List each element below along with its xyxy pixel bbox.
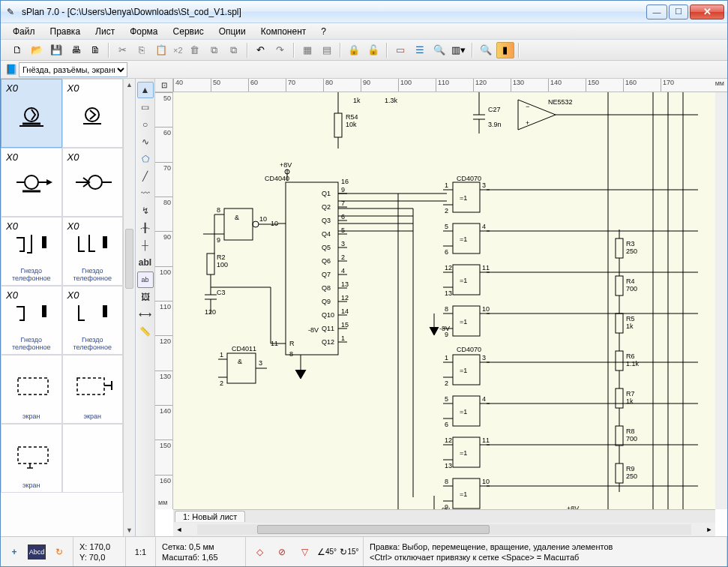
menu-sheet[interactable]: Лист bbox=[89, 25, 121, 38]
snap2-icon[interactable]: ⊘ bbox=[273, 544, 291, 560]
node-tool[interactable]: ·╂· bbox=[137, 220, 154, 236]
bezier-tool[interactable]: 〰 bbox=[137, 185, 154, 202]
paste-icon[interactable]: 📋 bbox=[152, 42, 170, 58]
svg-text:CD4040: CD4040 bbox=[265, 175, 289, 182]
lock-icon[interactable]: 🔒 bbox=[345, 42, 363, 58]
svg-text:8: 8 bbox=[445, 478, 448, 485]
library-item[interactable] bbox=[62, 424, 124, 493]
menu-form[interactable]: Форма bbox=[124, 25, 163, 38]
library-item[interactable]: X0Гнездо телефонное bbox=[62, 286, 124, 355]
close-button[interactable]: ✕ bbox=[690, 4, 724, 20]
circle-tool[interactable]: ○ bbox=[137, 116, 154, 133]
category-select[interactable]: Гнёзда, разъёмы, экраны bbox=[19, 62, 127, 77]
angle15-icon[interactable]: ↻15° bbox=[340, 544, 358, 560]
list-icon[interactable]: ☰ bbox=[411, 42, 429, 58]
ungroup-icon[interactable]: ▤ bbox=[318, 42, 336, 58]
library-item[interactable]: X0Гнездо телефонное bbox=[1, 217, 62, 286]
sheet-tab-1[interactable]: 1: Новый лист bbox=[175, 511, 245, 522]
ratio-panel[interactable]: 1:1 bbox=[126, 537, 156, 566]
poly-tool[interactable]: ⬠ bbox=[137, 151, 154, 167]
textbox-tool[interactable]: ab bbox=[137, 272, 154, 288]
form-icon[interactable]: 🗎 bbox=[86, 42, 104, 58]
svg-text:8: 8 bbox=[217, 206, 220, 214]
junction-tool[interactable]: ┼ bbox=[137, 237, 154, 254]
svg-text:1.3k: 1.3k bbox=[385, 97, 398, 104]
svg-rect-14 bbox=[42, 305, 46, 317]
schematic-canvas[interactable]: 1k 1.3k R54 10k C27 3.9n −+ NE5532 +8V C… bbox=[173, 92, 715, 509]
text-tool[interactable]: abI bbox=[137, 254, 154, 271]
svg-text:1: 1 bbox=[445, 354, 448, 362]
line-tool[interactable]: ╱ bbox=[137, 168, 154, 184]
x2-label[interactable]: ×2 bbox=[172, 46, 184, 55]
copy-icon[interactable]: ⎘ bbox=[133, 42, 151, 58]
svg-text:Q10: Q10 bbox=[322, 311, 334, 319]
library-item[interactable]: X0 bbox=[62, 79, 124, 148]
horizontal-ruler[interactable]: мм 405060708090100110120130140150160170 bbox=[173, 79, 727, 92]
save-icon[interactable]: 💾 bbox=[47, 42, 65, 58]
rect-tool[interactable]: ▭ bbox=[137, 99, 154, 116]
library-item[interactable]: X0Гнездо телефонное bbox=[1, 286, 62, 355]
svg-text:5: 5 bbox=[445, 223, 448, 230]
connect-tool[interactable]: ↯ bbox=[137, 202, 154, 219]
vertical-ruler[interactable]: мм 5060708090100110120130140150160 bbox=[155, 92, 173, 509]
group-icon[interactable]: ▦ bbox=[298, 42, 316, 58]
svg-text:14: 14 bbox=[341, 308, 349, 315]
dup1-icon[interactable]: ⧉ bbox=[205, 42, 223, 58]
angle45-icon[interactable]: ∠45° bbox=[318, 544, 336, 560]
open-icon[interactable]: 📂 bbox=[28, 42, 46, 58]
redo-icon[interactable]: ↷ bbox=[271, 42, 289, 58]
options-icon[interactable]: ▥▾ bbox=[450, 42, 468, 58]
menu-options[interactable]: Опции bbox=[213, 25, 252, 38]
library-item[interactable]: экран bbox=[1, 355, 62, 424]
svg-text:Q4: Q4 bbox=[322, 230, 331, 238]
image-tool[interactable]: 🖼 bbox=[137, 289, 154, 305]
library-item[interactable]: экран bbox=[1, 424, 62, 493]
cut-icon[interactable]: ✂ bbox=[113, 42, 131, 58]
svg-rect-203 bbox=[616, 314, 623, 333]
horizontal-scrollbar[interactable]: ◄ ► bbox=[173, 523, 715, 536]
menu-edit[interactable]: Правка bbox=[44, 25, 87, 38]
svg-text:=1: =1 bbox=[460, 490, 467, 498]
unlock-icon[interactable]: 🔓 bbox=[364, 42, 382, 58]
dimension-tool[interactable]: ⟷ bbox=[137, 306, 154, 322]
library-item[interactable]: X0Гнездо телефонное bbox=[62, 217, 124, 286]
library-item[interactable]: X0 bbox=[62, 148, 124, 217]
abcd-icon[interactable]: Abcd bbox=[28, 544, 46, 560]
svg-text:9: 9 bbox=[217, 236, 220, 244]
pointer-tool[interactable]: ▲ bbox=[137, 82, 154, 98]
dup2-icon[interactable]: ⧉ bbox=[225, 42, 243, 58]
svg-text:250: 250 bbox=[626, 472, 637, 480]
measure-tool[interactable]: 📏 bbox=[137, 323, 154, 340]
library-item[interactable]: экран bbox=[62, 355, 124, 424]
zoom-icon[interactable]: 🔍 bbox=[477, 42, 495, 58]
library-item[interactable]: X0 bbox=[1, 79, 62, 148]
undo-icon[interactable]: ↶ bbox=[252, 42, 270, 58]
svg-rect-13 bbox=[103, 236, 107, 248]
minimize-button[interactable]: — bbox=[646, 4, 667, 20]
svg-rect-17 bbox=[77, 378, 104, 394]
snap1-icon[interactable]: ◇ bbox=[250, 544, 268, 560]
new-icon[interactable]: 🗋 bbox=[8, 42, 26, 58]
library-scrollbar[interactable]: ▲ ▼ bbox=[123, 79, 135, 536]
svg-text:=1: =1 bbox=[460, 236, 467, 243]
library-item[interactable]: X0 bbox=[1, 148, 62, 217]
maximize-button[interactable]: ☐ bbox=[669, 4, 688, 20]
menu-help[interactable]: ? bbox=[315, 25, 332, 38]
ruler-corner[interactable]: ⊡ bbox=[155, 79, 173, 92]
vertical-scrollbar[interactable] bbox=[715, 92, 727, 509]
snap3-icon[interactable]: ▽ bbox=[295, 544, 313, 560]
svg-text:NE5532: NE5532 bbox=[548, 98, 573, 106]
print-icon[interactable]: 🖶 bbox=[67, 42, 85, 58]
svg-text:R: R bbox=[289, 340, 295, 347]
zigzag-tool[interactable]: ∿ bbox=[137, 134, 154, 150]
plus-icon[interactable]: + bbox=[5, 544, 23, 560]
color-icon[interactable]: ▮ bbox=[496, 42, 514, 58]
menu-file[interactable]: Файл bbox=[7, 25, 41, 38]
delete-icon[interactable]: 🗑 bbox=[186, 42, 204, 58]
menu-component[interactable]: Компонент bbox=[255, 25, 313, 38]
select-icon[interactable]: ▭ bbox=[391, 42, 409, 58]
refresh-icon[interactable]: ↻ bbox=[50, 544, 68, 560]
menu-service[interactable]: Сервис bbox=[167, 25, 210, 38]
library-icon[interactable]: 📘 bbox=[4, 63, 19, 76]
find-icon[interactable]: 🔍 bbox=[430, 42, 448, 58]
